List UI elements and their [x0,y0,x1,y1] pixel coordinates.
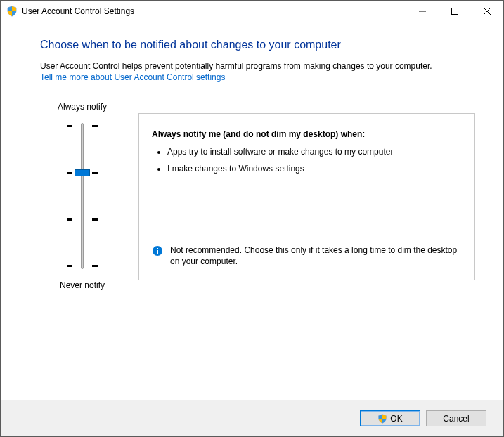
level-description-panel: Always notify me (and do not dim my desk… [138,113,475,280]
slider-tick [92,265,98,267]
page-description: User Account Control helps prevent poten… [40,61,475,71]
slider-tick [67,125,72,127]
slider-tick [92,218,98,221]
maximize-button[interactable] [439,1,471,22]
slider-label-top: Always notify [58,102,107,112]
learn-more-link[interactable]: Tell me more about User Account Control … [40,72,225,82]
ok-button-label: OK [390,414,402,424]
titlebar: User Account Control Settings [1,1,503,22]
cancel-button-label: Cancel [443,414,469,424]
svg-rect-5 [157,250,158,254]
cancel-button[interactable]: Cancel [426,410,486,426]
uac-shield-icon [377,414,387,424]
level-description-list: Apps try to install software or make cha… [167,146,462,174]
notification-level-slider[interactable] [61,119,103,273]
close-button[interactable] [471,1,503,22]
minimize-button[interactable] [406,1,439,22]
slider-tick [92,172,98,174]
svg-rect-6 [157,248,158,249]
slider-column: Always notify Never notify [40,102,124,290]
content-area: Choose when to be notified about changes… [1,22,503,400]
info-icon [152,245,163,256]
recommendation-text: Not recommended. Choose this only if it … [170,244,462,267]
dialog-footer: OK Cancel [1,400,503,436]
slider-track [81,123,84,269]
ok-button[interactable]: OK [360,410,420,426]
level-description-title: Always notify me (and do not dim my desk… [152,129,462,139]
slider-label-bottom: Never notify [60,280,105,290]
list-item: I make changes to Windows settings [167,163,462,174]
uac-settings-window: User Account Control Settings Choose whe… [0,0,504,437]
recommendation-note: Not recommended. Choose this only if it … [152,244,462,267]
window-title: User Account Control Settings [22,6,134,16]
list-item: Apps try to install software or make cha… [167,146,462,157]
slider-tick [67,265,72,267]
svg-rect-1 [452,8,458,15]
uac-shield-icon [6,6,18,17]
slider-tick [67,218,72,221]
slider-thumb[interactable] [75,169,90,176]
slider-tick [67,172,72,174]
page-heading: Choose when to be notified about changes… [40,39,475,51]
slider-tick [92,125,98,127]
